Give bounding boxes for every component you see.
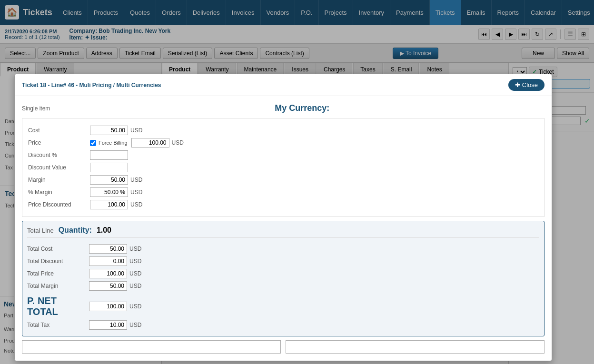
pricing-fields-section: Cost USD Price Force Billing USD Di xyxy=(22,118,544,217)
price-input[interactable] xyxy=(131,138,169,148)
total-margin-currency: USD xyxy=(129,283,146,289)
pct-margin-input[interactable] xyxy=(90,187,128,197)
cost-row: Cost USD xyxy=(28,124,538,137)
total-cost-input[interactable] xyxy=(89,244,127,254)
modal-close-button[interactable]: ✚ Close xyxy=(508,79,544,91)
margin-currency: USD xyxy=(130,177,147,183)
pct-margin-currency: USD xyxy=(130,189,147,196)
discount-val-row: Discount Value xyxy=(28,161,538,174)
bottom-input-left[interactable] xyxy=(22,340,281,354)
margin-input[interactable] xyxy=(90,175,128,185)
currency-header-row: Single item My Currency: xyxy=(22,103,544,113)
margin-label: Margin xyxy=(28,177,90,183)
total-section: Total Line Quantity: 1.00 Total Cost USD… xyxy=(22,221,544,336)
total-discount-label: Total Discount xyxy=(27,258,89,265)
total-discount-input[interactable] xyxy=(89,256,127,266)
price-inline: Force Billing xyxy=(90,140,128,146)
total-margin-label: Total Margin xyxy=(27,283,89,289)
price-currency: USD xyxy=(172,139,188,146)
total-cost-currency: USD xyxy=(129,246,146,252)
pnet-total-input[interactable] xyxy=(89,302,127,311)
discount-pct-row: Discount % xyxy=(28,149,538,161)
total-cost-row: Total Cost USD xyxy=(27,243,539,255)
total-discount-currency: USD xyxy=(129,258,146,265)
price-row: Price Force Billing USD xyxy=(28,137,538,149)
cost-label: Cost xyxy=(28,127,90,134)
total-tax-row: Total Tax USD xyxy=(27,319,539,331)
total-price-input[interactable] xyxy=(89,269,127,278)
modal-title: Ticket 18 - Line# 46 - Muli Pricing / Mu… xyxy=(22,82,161,89)
total-line-header-row: Total Line Quantity: 1.00 xyxy=(27,226,539,238)
price-discounted-row: Price Discounted USD xyxy=(28,198,538,211)
cost-currency: USD xyxy=(130,127,147,134)
modal-overlay: Ticket 18 - Line# 46 - Muli Pricing / Mu… xyxy=(0,0,594,364)
price-checkbox[interactable] xyxy=(90,140,96,146)
total-tax-input[interactable] xyxy=(89,320,127,330)
total-price-row: Total Price USD xyxy=(27,267,539,280)
modal-body: Single item My Currency: Cost USD Price xyxy=(15,96,552,361)
pnet-total-currency: USD xyxy=(129,303,146,310)
price-discounted-label: Price Discounted xyxy=(28,201,90,208)
total-price-currency: USD xyxy=(129,270,146,277)
total-cost-label: Total Cost xyxy=(27,246,89,252)
pct-margin-label: % Margin xyxy=(28,189,90,196)
discount-val-label: Discount Value xyxy=(28,164,90,171)
pnet-total-row: P. NET TOTAL USD xyxy=(27,294,539,319)
total-discount-row: Total Discount USD xyxy=(27,255,539,267)
price-discounted-input[interactable] xyxy=(90,200,128,209)
price-label: Price xyxy=(28,139,90,146)
pricing-modal: Ticket 18 - Line# 46 - Muli Pricing / Mu… xyxy=(14,74,552,361)
discount-val-input[interactable] xyxy=(90,163,128,172)
pnet-total-label: P. NET TOTAL xyxy=(27,295,89,317)
discount-pct-input[interactable] xyxy=(90,150,128,160)
bottom-text-inputs xyxy=(22,340,544,354)
price-discounted-currency: USD xyxy=(130,201,147,208)
single-item-label: Single item xyxy=(22,105,50,112)
total-price-label: Total Price xyxy=(27,270,89,277)
bottom-input-right[interactable] xyxy=(286,340,544,354)
currency-title: My Currency: xyxy=(59,103,544,113)
pct-margin-row: % Margin USD xyxy=(28,186,538,198)
margin-row: Margin USD xyxy=(28,174,538,186)
modal-header: Ticket 18 - Line# 46 - Muli Pricing / Mu… xyxy=(15,74,552,96)
total-tax-currency: USD xyxy=(129,322,146,328)
total-margin-row: Total Margin USD xyxy=(27,280,539,292)
force-billing-label: Force Billing xyxy=(99,140,128,146)
total-tax-label: Total Tax xyxy=(27,322,89,328)
cost-input[interactable] xyxy=(90,126,128,135)
quantity-value: 1.00 xyxy=(97,226,111,235)
total-margin-input[interactable] xyxy=(89,281,127,291)
total-line-label: Total Line xyxy=(27,227,54,234)
quantity-label: Quantity: xyxy=(59,226,92,235)
discount-pct-label: Discount % xyxy=(28,152,90,158)
